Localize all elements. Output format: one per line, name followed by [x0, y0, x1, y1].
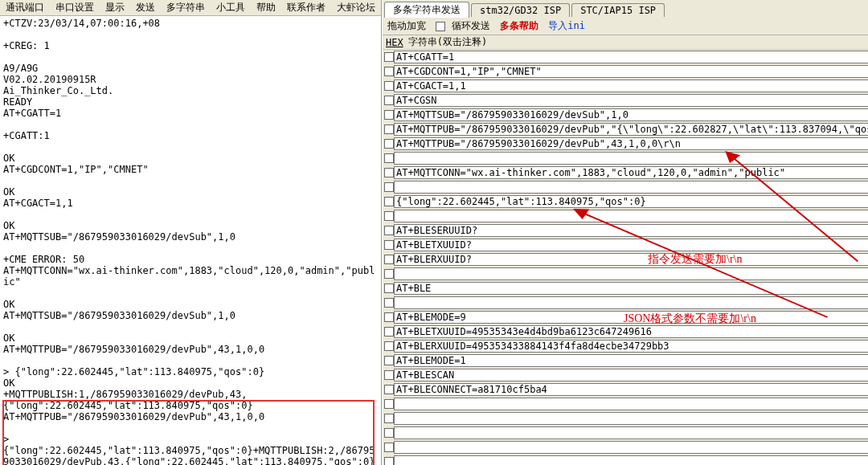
command-row: AT+MQTTCONN="wx.ai-thinker.com",1883,"cl…: [384, 165, 868, 180]
row-input[interactable]: AT+BLETXUUID?: [394, 239, 868, 251]
row-checkbox[interactable]: [384, 356, 394, 365]
row-input[interactable]: AT+CGATT=1: [394, 51, 868, 63]
row-checkbox[interactable]: [384, 443, 394, 452]
row-input[interactable]: AT+CGDCONT=1,"IP","CMNET": [394, 65, 868, 78]
row-input[interactable]: AT+CGACT=1,1: [394, 80, 868, 92]
row-input[interactable]: [394, 398, 868, 410]
menu-item[interactable]: 联系作者: [283, 1, 330, 14]
command-row: AT+CGATT=1: [384, 50, 868, 64]
menu-item[interactable]: 通讯端口: [2, 1, 48, 14]
row-checkbox[interactable]: [384, 96, 394, 105]
command-row: AT+BLESERUUID?: [384, 223, 868, 238]
row-input[interactable]: [394, 426, 868, 439]
row-checkbox[interactable]: [384, 255, 394, 264]
right-pane: 多条字符串发送stm32/GD32 ISPSTC/IAP15 ISP 拖动加宽 …: [382, 0, 868, 465]
row-input[interactable]: AT+MQTTPUB="/867959033016029/devPub",43,…: [394, 137, 868, 150]
row-checkbox[interactable]: [384, 153, 394, 163]
string-column-label: 字符串(双击注释): [408, 35, 487, 49]
menu-item[interactable]: 大虾论坛: [333, 1, 379, 14]
dragwide-label: 拖动加宽: [387, 19, 426, 33]
command-row: AT+BLETXUUID=49535343e4d4bd9ba6123c64724…: [384, 324, 868, 339]
menu-item[interactable]: 小工具: [212, 1, 249, 14]
row-input[interactable]: [394, 210, 868, 222]
hex-column-label: HEX: [386, 37, 403, 48]
row-checkbox[interactable]: [384, 81, 394, 91]
loop-send-checkbox[interactable]: [436, 22, 445, 31]
command-row: [384, 151, 868, 165]
row-input[interactable]: AT+BLERXUUID?: [394, 253, 868, 266]
row-checkbox[interactable]: [384, 182, 394, 192]
row-checkbox[interactable]: [384, 341, 394, 351]
row-checkbox[interactable]: [384, 139, 394, 149]
menu-item[interactable]: 帮助: [252, 1, 280, 14]
row-input[interactable]: AT+CGSN: [394, 94, 868, 107]
command-rows: AT+CGATT=1AT+CGDCONT=1,"IP","CMNET"AT+CG…: [383, 50, 868, 465]
row-input[interactable]: [394, 267, 868, 280]
menu-item[interactable]: 多字符串: [162, 1, 209, 14]
row-checkbox[interactable]: [384, 168, 394, 177]
menu-item[interactable]: 串口设置: [51, 1, 98, 14]
command-row: [384, 209, 868, 223]
command-row: AT+BLE: [384, 281, 868, 296]
row-input[interactable]: AT+BLESERUUID?: [394, 224, 868, 237]
menu-item[interactable]: 发送: [132, 1, 159, 14]
row-checkbox[interactable]: [384, 269, 394, 279]
row-checkbox[interactable]: [384, 399, 394, 409]
outer-tab[interactable]: stm32/GD32 ISP: [471, 3, 570, 17]
command-row: AT+CGDCONT=1,"IP","CMNET": [384, 64, 868, 79]
multi-help-link[interactable]: 多条帮助: [500, 19, 538, 33]
row-input[interactable]: [394, 296, 868, 309]
row-input[interactable]: AT+BLEMODE=1: [394, 354, 868, 367]
row-checkbox[interactable]: [384, 370, 394, 380]
row-input[interactable]: AT+BLE: [394, 282, 868, 295]
loop-send-option[interactable]: 循环发送: [436, 19, 490, 33]
import-ini-link[interactable]: 导入ini: [548, 19, 585, 33]
row-input[interactable]: AT+MQTTCONN="wx.ai-thinker.com",1883,"cl…: [394, 166, 868, 179]
row-checkbox[interactable]: [384, 298, 394, 308]
row-checkbox[interactable]: [384, 240, 394, 250]
command-row: AT+MQTTPUB="/867959033016029/devPub",43,…: [384, 137, 868, 151]
row-checkbox[interactable]: [384, 428, 394, 438]
row-checkbox[interactable]: [384, 283, 394, 293]
row-input[interactable]: AT+BLESCAN: [394, 369, 868, 381]
row-checkbox[interactable]: [384, 457, 394, 465]
command-row: [384, 411, 868, 426]
row-checkbox[interactable]: [384, 385, 394, 394]
row-input[interactable]: [394, 181, 868, 194]
row-checkbox[interactable]: [384, 197, 394, 206]
row-checkbox[interactable]: [384, 327, 394, 337]
header-row: HEX 字符串(双击注释) 点: [383, 35, 868, 50]
row-input[interactable]: {"long":22.602445,"lat":113.840975,"qos"…: [394, 195, 868, 208]
row-input[interactable]: AT+BLETXUUID=49535343e4d4bd9ba6123c64724…: [394, 325, 868, 338]
command-row: AT+BLEMODE=1: [384, 353, 868, 368]
toolbar: 拖动加宽 循环发送 多条帮助 导入ini: [383, 18, 868, 35]
row-input[interactable]: [394, 455, 868, 465]
row-input[interactable]: [394, 412, 868, 425]
left-pane: 通讯端口串口设置显示发送多字符串小工具帮助联系作者大虾论坛 +CTZV:23/0…: [0, 0, 382, 465]
command-row: [384, 267, 868, 281]
row-checkbox[interactable]: [384, 52, 394, 62]
command-row: [384, 180, 868, 194]
row-checkbox[interactable]: [384, 414, 394, 423]
menu-item[interactable]: 显示: [101, 1, 129, 14]
row-checkbox[interactable]: [384, 226, 394, 235]
outer-tab[interactable]: STC/IAP15 ISP: [571, 3, 665, 17]
command-row: [384, 426, 868, 440]
row-checkbox[interactable]: [384, 110, 394, 120]
command-row: AT+BLERXUUID?: [384, 252, 868, 267]
row-checkbox[interactable]: [384, 211, 394, 221]
row-input[interactable]: AT+BLECONNECT=a81710cf5ba4: [394, 383, 868, 396]
row-input[interactable]: AT+MQTTPUB="/867959033016029/devPub","{\…: [394, 123, 868, 136]
row-input[interactable]: [394, 152, 868, 165]
row-input[interactable]: AT+BLERXUUID=495353433884143f4fa8d4ecbe3…: [394, 340, 868, 353]
menubar: 通讯端口串口设置显示发送多字符串小工具帮助联系作者大虾论坛: [0, 0, 381, 16]
command-row: AT+MQTTSUB="/867959033016029/devSub",1,0: [384, 108, 868, 122]
row-checkbox[interactable]: [384, 124, 394, 134]
command-row: AT+BLECONNECT=a81710cf5ba4: [384, 382, 868, 397]
row-input[interactable]: AT+BLEMODE=9: [394, 311, 868, 324]
outer-tab[interactable]: 多条字符串发送: [384, 2, 469, 18]
row-input[interactable]: [394, 441, 868, 454]
row-input[interactable]: AT+MQTTSUB="/867959033016029/devSub",1,0: [394, 108, 868, 121]
row-checkbox[interactable]: [384, 67, 394, 76]
row-checkbox[interactable]: [384, 312, 394, 322]
